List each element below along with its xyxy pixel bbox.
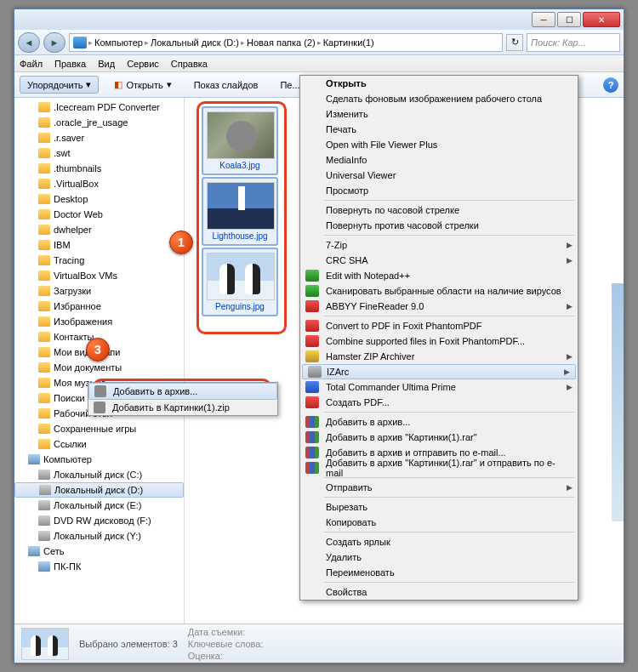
- refresh-button[interactable]: ↻: [506, 34, 523, 51]
- folder-icon: [38, 240, 50, 250]
- tree-item[interactable]: Загрузки: [14, 283, 184, 299]
- drive-icon: [38, 515, 50, 526]
- context-menu-item[interactable]: Universal Viewer: [300, 168, 578, 183]
- tree-item[interactable]: Избранное: [14, 299, 184, 314]
- tree-item[interactable]: .r.saver: [14, 130, 184, 145]
- maximize-button[interactable]: ☐: [557, 12, 581, 27]
- context-menu-item[interactable]: Создать ярлык: [300, 534, 578, 550]
- menu-item-icon: [305, 320, 319, 332]
- tree-item[interactable]: VirtualBox VMs: [14, 268, 184, 283]
- thumbnail-label: Koala3.jpg: [207, 161, 273, 170]
- tree-item[interactable]: .Icecream PDF Converter: [14, 100, 184, 115]
- tree-item[interactable]: Сохраненные игры: [14, 421, 184, 436]
- menu-edit[interactable]: Правка: [54, 59, 86, 69]
- tree-item[interactable]: Локальный диск (E:): [14, 498, 184, 513]
- file-thumbnail[interactable]: Penguins.jpg: [202, 248, 278, 316]
- tree-item[interactable]: Desktop: [14, 191, 184, 207]
- tree-item-label: Локальный диск (E:): [54, 500, 142, 510]
- drive-icon: [38, 500, 50, 510]
- close-button[interactable]: ✕: [583, 12, 620, 27]
- folder-icon: [38, 408, 50, 419]
- context-menu-item[interactable]: Combine supported files in Foxit Phantom…: [300, 333, 578, 349]
- tree-item[interactable]: Ссылки: [14, 436, 184, 452]
- context-menu-item[interactable]: Добавить в архив...: [300, 414, 578, 430]
- tree-item-label: Локальный диск (C:): [54, 470, 142, 480]
- breadcrumb-item[interactable]: Новая папка (2): [247, 37, 316, 48]
- status-thumbnail: [21, 628, 69, 660]
- tree-item[interactable]: Мои документы: [14, 360, 184, 375]
- context-menu-item[interactable]: CRC SHA▶: [300, 253, 578, 268]
- menu-help[interactable]: Справка: [171, 59, 208, 69]
- context-menu-item[interactable]: Свойства: [300, 584, 578, 600]
- context-menu-item[interactable]: Просмотр: [300, 183, 578, 198]
- tree-item[interactable]: Локальный диск (D:): [14, 482, 184, 498]
- back-button[interactable]: ◄: [18, 32, 40, 53]
- breadcrumb-item[interactable]: Картинки(1): [323, 37, 374, 48]
- search-input[interactable]: Поиск: Кар...: [527, 33, 620, 52]
- context-menu-item[interactable]: Печать: [300, 122, 578, 137]
- tree-item[interactable]: Doctor Web: [14, 207, 184, 222]
- context-menu-item[interactable]: IZArc▶: [302, 364, 576, 379]
- submenu-item[interactable]: Добавить в архив...: [88, 383, 277, 400]
- tree-item[interactable]: .oracle_jre_usage: [14, 115, 184, 130]
- open-button[interactable]: ◧ Открыть ▾: [107, 77, 178, 93]
- tree-item[interactable]: .swt: [14, 145, 184, 161]
- context-menu-item[interactable]: Переименовать: [300, 565, 578, 580]
- tree-item[interactable]: Tracing: [14, 253, 184, 268]
- tree-item[interactable]: Локальный диск (C:): [14, 467, 184, 482]
- context-menu-item[interactable]: Сделать фоновым изображением рабочего ст…: [300, 91, 578, 106]
- context-menu-item[interactable]: Изменить: [300, 106, 578, 122]
- tree-item-label: .Icecream PDF Converter: [54, 102, 160, 112]
- tree-item[interactable]: dwhelper: [14, 222, 184, 237]
- context-menu-item-label: Universal Viewer: [326, 170, 396, 180]
- menu-view[interactable]: Вид: [98, 59, 115, 69]
- thumbnail-label: Lighthouse.jpg: [207, 231, 273, 241]
- tree-item[interactable]: Сеть: [14, 544, 184, 559]
- context-menu-item[interactable]: Удалить: [300, 550, 578, 565]
- tree-item[interactable]: DVD RW дисковод (F:): [14, 513, 184, 528]
- breadcrumb[interactable]: ▸ Компьютер▸ Локальный диск (D:)▸ Новая …: [69, 33, 503, 52]
- context-menu-item[interactable]: Повернуть по часовой стрелке: [300, 202, 578, 218]
- slideshow-button[interactable]: Показ слайдов: [187, 77, 265, 93]
- tree-item[interactable]: Изображения: [14, 314, 184, 329]
- breadcrumb-item[interactable]: Компьютер: [94, 37, 143, 48]
- context-menu-item[interactable]: Создать PDF...: [300, 395, 578, 410]
- file-thumbnail[interactable]: Koala3.jpg: [202, 106, 278, 175]
- tree-item[interactable]: Компьютер: [14, 452, 184, 467]
- folder-icon: [38, 163, 50, 174]
- folder-tree[interactable]: .Icecream PDF Converter.oracle_jre_usage…: [14, 98, 185, 630]
- menu-file[interactable]: Файл: [20, 59, 43, 69]
- context-menu-item[interactable]: Повернуть против часовой стрелки: [300, 218, 578, 233]
- context-menu-item[interactable]: MediaInfo: [300, 152, 578, 168]
- help-icon[interactable]: ?: [603, 77, 618, 93]
- context-menu-item[interactable]: Вырезать: [300, 499, 578, 515]
- submenu-item[interactable]: Добавить в Картинки(1).zip: [88, 400, 277, 415]
- context-menu-item[interactable]: 7-Zip▶: [300, 237, 578, 253]
- menu-tools[interactable]: Сервис: [127, 59, 159, 69]
- tree-item[interactable]: .VirtualBox: [14, 176, 184, 191]
- tree-item[interactable]: Локальный диск (Y:): [14, 528, 184, 544]
- context-menu-item[interactable]: Open with File Viewer Plus: [300, 137, 578, 152]
- tree-item[interactable]: IBM: [14, 237, 184, 253]
- context-menu-item-label: Добавить в архив "Картинки(1).rar": [326, 432, 477, 442]
- submenu-arrow-icon: ▶: [567, 483, 572, 492]
- tree-item[interactable]: ПК-ПК: [14, 559, 184, 574]
- context-menu-item[interactable]: Добавить в архив "Картинки(1).rar": [300, 430, 578, 445]
- context-menu-item[interactable]: Добавить в архив "Картинки(1).rar" и отп…: [300, 460, 578, 476]
- context-menu-item[interactable]: Convert to PDF in Foxit PhantomPDF: [300, 318, 578, 333]
- breadcrumb-item[interactable]: Локальный диск (D:): [151, 37, 239, 48]
- file-thumbnail[interactable]: Lighthouse.jpg: [202, 177, 278, 246]
- context-menu-item[interactable]: Отправить▶: [300, 480, 578, 495]
- thumbnail-image: [207, 253, 275, 300]
- organize-button[interactable]: Упорядочить ▾: [20, 76, 99, 94]
- context-menu-item[interactable]: Открыть: [300, 76, 578, 91]
- forward-button[interactable]: ►: [43, 32, 66, 53]
- context-menu-item[interactable]: ABBYY FineReader 9.0▶: [300, 299, 578, 314]
- context-menu-item[interactable]: Total Commander Ultima Prime▶: [300, 379, 578, 395]
- minimize-button[interactable]: ─: [532, 12, 555, 27]
- context-menu-item[interactable]: Edit with Notepad++: [300, 268, 578, 283]
- context-menu-item[interactable]: Сканировать выбранные области на наличие…: [300, 283, 578, 299]
- tree-item[interactable]: .thumbnails: [14, 161, 184, 176]
- context-menu-item[interactable]: Копировать: [300, 515, 578, 530]
- context-menu-item[interactable]: Hamster ZIP Archiver▶: [300, 349, 578, 364]
